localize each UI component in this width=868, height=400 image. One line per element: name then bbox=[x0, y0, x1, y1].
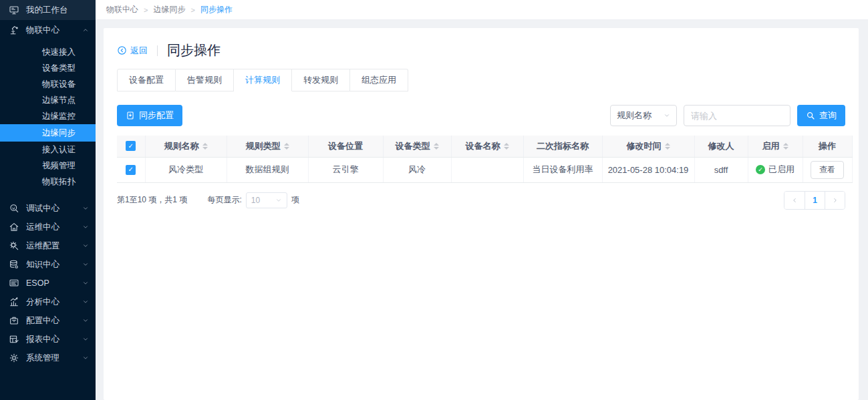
back-button[interactable]: 返回 bbox=[117, 45, 148, 57]
sidebar-item-iot-center[interactable]: 物联中心 bbox=[0, 20, 96, 40]
prev-page-button[interactable] bbox=[784, 192, 805, 209]
sidebar-item-label: 我的工作台 bbox=[26, 5, 89, 16]
gear-magnifier-icon bbox=[9, 240, 19, 251]
per-page-value: 10 bbox=[251, 196, 260, 205]
sort-icon[interactable] bbox=[783, 143, 788, 150]
column-device-name[interactable]: 设备名称 bbox=[451, 136, 523, 157]
search-label: 查询 bbox=[819, 110, 837, 122]
sort-icon[interactable] bbox=[202, 143, 208, 150]
page-number-button[interactable]: 1 bbox=[805, 192, 825, 209]
column-device-type[interactable]: 设备类型 bbox=[383, 136, 451, 157]
table-row: ✓ 风冷类型 数据组规则 云引擎 风冷 当日设备利用率 2021-05-28 1… bbox=[117, 157, 852, 182]
sidebar-item-label: 系统管理 bbox=[26, 353, 76, 364]
column-enabled[interactable]: 启用 bbox=[748, 136, 803, 157]
tab-forward-rules[interactable]: 转发规则 bbox=[292, 69, 350, 91]
tab-compute-rules[interactable]: 计算规则 bbox=[234, 69, 292, 91]
sort-icon[interactable] bbox=[665, 143, 670, 150]
sidebar: 我的工作台 物联中心 快速接入 设备类型 物联设备 边缘节点 边缘监控 边缘同步… bbox=[0, 0, 96, 400]
gear-icon bbox=[9, 353, 19, 363]
sidebar-item-edge-monitor[interactable]: 边缘监控 bbox=[0, 108, 96, 124]
robot-arm-icon bbox=[9, 25, 19, 35]
sidebar-item-device-type[interactable]: 设备类型 bbox=[0, 60, 96, 76]
sidebar-item-knowledge-center[interactable]: 知识中心 bbox=[0, 255, 96, 274]
sidebar-item-report-center[interactable]: 报表中心 bbox=[0, 330, 96, 349]
sidebar-item-esop[interactable]: ESOP bbox=[0, 274, 96, 292]
sidebar-item-system-mgmt[interactable]: 系统管理 bbox=[0, 349, 96, 367]
sidebar-item-iot-topology[interactable]: 物联拓扑 bbox=[0, 174, 96, 190]
per-page-select[interactable]: 10 bbox=[246, 192, 287, 208]
breadcrumb-item-iot-center[interactable]: 物联中心 bbox=[106, 4, 138, 15]
sidebar-item-video-mgmt[interactable]: 视频管理 bbox=[0, 158, 96, 174]
chevron-down-icon bbox=[82, 280, 89, 286]
sidebar-item-debug-center[interactable]: 调试中心 bbox=[0, 199, 96, 218]
sidebar-item-label: 知识中心 bbox=[26, 259, 76, 270]
check-icon: ✓ bbox=[128, 166, 134, 173]
page-header: 返回 同步操作 bbox=[117, 41, 845, 59]
search-button[interactable]: 查询 bbox=[797, 105, 845, 126]
main-area: 物联中心 > 边缘同步 > 同步操作 返回 同步操作 设备配置 告警规则 计算规… bbox=[96, 0, 868, 400]
sidebar-item-access-auth[interactable]: 接入认证 bbox=[0, 142, 96, 158]
filter-field-value: 规则名称 bbox=[617, 110, 652, 122]
sort-icon[interactable] bbox=[504, 143, 509, 150]
next-page-button[interactable] bbox=[825, 192, 845, 209]
sync-config-label: 同步配置 bbox=[139, 110, 174, 122]
sidebar-item-ops-center[interactable]: 运维中心 bbox=[0, 218, 96, 236]
select-all-checkbox[interactable]: ✓ bbox=[126, 141, 136, 151]
tab-device-config[interactable]: 设备配置 bbox=[117, 69, 176, 91]
sync-config-button[interactable]: 同步配置 bbox=[117, 105, 182, 126]
debug-magnifier-icon bbox=[9, 203, 19, 214]
column-modified-by: 修改人 bbox=[694, 136, 748, 157]
sidebar-item-label: 运维配置 bbox=[26, 240, 76, 252]
chevron-down-icon bbox=[664, 112, 670, 119]
range-text: 第1至10 项，共1 项 bbox=[117, 194, 187, 206]
toolbar: 同步配置 规则名称 查询 bbox=[117, 105, 845, 126]
cell-modified-time: 2021-05-28 10:04:19 bbox=[602, 157, 694, 182]
filter-field-select[interactable]: 规则名称 bbox=[610, 105, 677, 126]
content-card: 返回 同步操作 设备配置 告警规则 计算规则 转发规则 组态应用 同步配置 规则… bbox=[104, 28, 859, 400]
view-button[interactable]: 查看 bbox=[811, 161, 844, 179]
check-icon: ✓ bbox=[128, 143, 134, 150]
sort-icon[interactable] bbox=[284, 143, 289, 150]
row-checkbox[interactable]: ✓ bbox=[126, 165, 136, 175]
sidebar-item-edge-node[interactable]: 边缘节点 bbox=[0, 92, 96, 108]
column-metric-name: 二次指标名称 bbox=[523, 136, 602, 157]
column-rule-type[interactable]: 规则类型 bbox=[227, 136, 308, 157]
chevron-down-icon bbox=[82, 261, 89, 268]
search-icon bbox=[806, 111, 815, 120]
tab-scada-apps[interactable]: 组态应用 bbox=[350, 69, 408, 91]
search-input[interactable] bbox=[684, 105, 790, 126]
column-rule-name[interactable]: 规则名称 bbox=[145, 136, 227, 157]
sidebar-item-edge-sync[interactable]: 边缘同步 bbox=[0, 124, 96, 142]
breadcrumb-separator: > bbox=[144, 6, 148, 14]
column-modified-time[interactable]: 修改时间 bbox=[602, 136, 694, 157]
sidebar-item-config-center[interactable]: 配置中心 bbox=[0, 311, 96, 330]
cell-device-name bbox=[451, 157, 523, 182]
per-page-suffix: 项 bbox=[291, 194, 299, 206]
sync-config-icon bbox=[126, 111, 135, 120]
sidebar-item-quick-access[interactable]: 快速接入 bbox=[0, 44, 96, 60]
sort-icon[interactable] bbox=[434, 143, 439, 150]
breadcrumb-item-edge-sync[interactable]: 边缘同步 bbox=[153, 4, 185, 15]
tab-bar: 设备配置 告警规则 计算规则 转发规则 组态应用 bbox=[117, 69, 845, 91]
tab-alarm-rules[interactable]: 告警规则 bbox=[176, 69, 234, 91]
chevron-down-icon bbox=[82, 224, 89, 230]
search-controls: 规则名称 查询 bbox=[610, 105, 845, 126]
cell-device-location: 云引擎 bbox=[308, 157, 383, 182]
cell-actions: 查看 bbox=[803, 157, 852, 182]
chevron-down-icon bbox=[275, 197, 282, 204]
cell-rule-name: 风冷类型 bbox=[145, 157, 227, 182]
sidebar-item-label: 配置中心 bbox=[26, 315, 76, 327]
sidebar-item-iot-device[interactable]: 物联设备 bbox=[0, 76, 96, 92]
sidebar-item-label: 报表中心 bbox=[26, 334, 76, 345]
briefcase-icon bbox=[9, 315, 19, 326]
monitor-icon bbox=[9, 5, 19, 15]
sidebar-item-workspace[interactable]: 我的工作台 bbox=[0, 0, 96, 20]
chevron-right-icon bbox=[832, 197, 839, 204]
per-page-label: 每页显示: bbox=[207, 194, 241, 206]
chevron-left-icon bbox=[791, 197, 798, 204]
sidebar-item-analysis-center[interactable]: 分析中心 bbox=[0, 292, 96, 311]
pagination: 第1至10 项，共1 项 每页显示: 10 项 1 bbox=[117, 191, 845, 210]
cell-metric-name: 当日设备利用率 bbox=[523, 157, 602, 182]
sidebar-item-ops-config[interactable]: 运维配置 bbox=[0, 236, 96, 255]
breadcrumb-separator: > bbox=[190, 6, 194, 14]
